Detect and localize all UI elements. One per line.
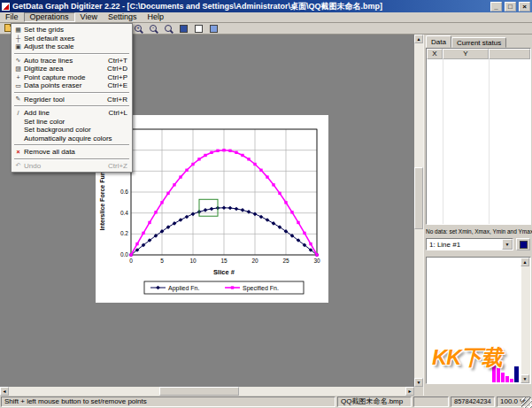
acquire-colors-button[interactable]	[206, 23, 220, 34]
status-bar: Shift + left mouse button to set/remove …	[0, 396, 532, 408]
background-color-button[interactable]	[191, 23, 205, 34]
canvas-horizontal-scrollbar[interactable]: ◄ ►	[0, 387, 414, 396]
dropdown-icon[interactable]: ▼	[502, 239, 513, 250]
zoom-out-icon: -	[150, 25, 157, 32]
preview-scroll-up-icon[interactable]: ▲	[520, 258, 529, 266]
regrider-icon: ✎	[12, 96, 24, 103]
watermark: KK下载	[432, 343, 502, 372]
scroll-left-icon[interactable]: ◄	[0, 387, 9, 396]
scroll-down-icon[interactable]: ▼	[414, 378, 423, 387]
svg-text:20: 20	[251, 258, 258, 264]
scroll-up-icon[interactable]: ▲	[414, 35, 423, 43]
eraser-icon: ▭	[12, 82, 24, 89]
scrollbar-corner	[414, 387, 423, 396]
menu-item-shortcut: Ctrl+E	[108, 81, 131, 89]
data-table[interactable]: XY	[426, 48, 531, 225]
app-icon	[2, 3, 10, 11]
add-line-icon: /	[12, 110, 24, 116]
operations-menu-item-add-line[interactable]: /Add lineCtrl+L	[12, 109, 131, 118]
operations-menu-item-regrider-tool[interactable]: ✎Regrider toolCtrl+R	[12, 96, 131, 104]
area-icon: ▨	[12, 65, 24, 73]
menu-item-operations[interactable]: Operations	[24, 12, 75, 22]
line-color-button[interactable]	[516, 238, 530, 250]
menu-item-label: Automatically acquire colors	[24, 135, 127, 142]
right-panel: DataCurrent status XY No data: set Xmin,…	[423, 35, 532, 396]
scroll-right-icon[interactable]: ►	[405, 387, 414, 396]
menu-item-settings[interactable]: Settings	[103, 12, 143, 22]
capture-icon: +	[12, 74, 24, 81]
operations-menu-item-set-line-color[interactable]: Set line color	[12, 118, 131, 127]
operations-menu-item-set-the-grids[interactable]: ▦Set the grids	[12, 26, 131, 35]
close-button[interactable]: ×	[519, 2, 530, 12]
canvas-vertical-scrollbar[interactable]: ▲ ▼	[414, 35, 423, 387]
zoom-100-button[interactable]	[161, 23, 175, 34]
menu-item-file[interactable]: File	[0, 12, 24, 22]
show-grid-button[interactable]	[176, 23, 190, 34]
preview-curve-fragment	[501, 373, 505, 382]
menu-separator	[14, 144, 129, 146]
zoom-100-icon	[165, 25, 172, 32]
operations-menu-item-data-points-eraser[interactable]: ▭Data points eraserCtrl+E	[12, 81, 131, 90]
background-color-icon	[195, 25, 203, 33]
line-color-icon	[520, 241, 528, 249]
zoom-in-icon: +	[135, 25, 142, 32]
data-table-header: XY	[427, 49, 530, 59]
line-selector-value: 1: Line #1	[429, 241, 460, 249]
svg-text:0.2: 0.2	[120, 230, 128, 236]
menu-item-label: Set background color	[24, 126, 127, 134]
column-header-y[interactable]: Y	[443, 49, 489, 59]
menu-item-label: Set default axes	[24, 35, 127, 42]
status-image-info: 8578424234	[451, 396, 495, 407]
operations-menu-item-auto-trace-lines[interactable]: ∿Auto trace linesCtrl+T	[12, 57, 131, 65]
svg-text:10: 10	[189, 258, 197, 264]
tab-current-status[interactable]: Current status	[451, 37, 506, 48]
svg-text:30: 30	[313, 258, 320, 264]
horizontal-scroll-thumb[interactable]	[159, 387, 239, 396]
minimize-button[interactable]: _	[490, 2, 502, 12]
maximize-button[interactable]: □	[505, 2, 516, 12]
menu-item-help[interactable]: Help	[142, 12, 169, 22]
menu-item-shortcut: Ctrl+T	[108, 57, 131, 65]
menu-item-label: Set line color	[24, 118, 127, 126]
column-header-x[interactable]: X	[427, 49, 443, 59]
grid-icon: ▦	[12, 27, 24, 34]
scale-icon: ▣	[12, 43, 24, 50]
tab-data[interactable]: Data	[426, 35, 451, 48]
menu-separator	[14, 92, 129, 94]
operations-menu-item-digitize-area[interactable]: ▨Digitize areaCtrl+D	[12, 65, 131, 73]
operations-menu-item-automatically-acquire-colors[interactable]: Automatically acquire colors	[12, 135, 131, 143]
preview-curve-fragment	[510, 379, 513, 382]
svg-text:0.0: 0.0	[120, 251, 128, 258]
menu-item-label: Data points eraser	[24, 81, 108, 89]
svg-text:0: 0	[129, 258, 133, 264]
operations-menu-item-undo: ↶UndoCtrl+Z	[12, 162, 131, 171]
column-divider	[489, 59, 490, 224]
operations-menu-item-point-capture-mode[interactable]: +Point capture modeCtrl+P	[12, 73, 131, 82]
axes-icon: ┼	[12, 35, 24, 42]
preview-curve-fragment	[505, 376, 509, 382]
preview-scrollbar[interactable]: ▲ ▼	[521, 258, 530, 383]
preview-scroll-down-icon[interactable]: ▼	[520, 374, 529, 383]
svg-text:25: 25	[282, 258, 289, 264]
operations-menu: ▦Set the grids┼Set default axes▣Adjust t…	[11, 23, 133, 173]
zoom-out-button[interactable]: -	[146, 23, 160, 34]
menu-item-label: Point capture mode	[24, 73, 108, 81]
resize-grip[interactable]	[521, 397, 532, 408]
operations-menu-item-remove-all-data[interactable]: ×Remove all data	[12, 148, 131, 157]
menu-item-shortcut: Ctrl+P	[108, 73, 131, 81]
preview-curve-fragment	[514, 366, 519, 382]
status-hint: Shift + left mouse button to set/remove …	[1, 396, 335, 407]
operations-menu-item-set-default-axes[interactable]: ┼Set default axes	[12, 35, 131, 43]
operations-menu-item-set-background-color[interactable]: Set background color	[12, 126, 131, 135]
menu-item-view[interactable]: View	[75, 12, 103, 22]
line-selector[interactable]: 1: Line #1 ▼	[426, 238, 513, 250]
menu-bar: FileOperationsViewSettingsHelp	[0, 12, 532, 23]
operations-menu-item-adjust-the-scale[interactable]: ▣Adjust the scale	[12, 42, 131, 51]
no-data-message: No data: set Xmin, Xmax, Ymin and Ymax	[426, 228, 532, 235]
menu-item-label: Adjust the scale	[24, 42, 127, 50]
menu-separator	[14, 105, 129, 107]
zoom-in-button[interactable]: +	[131, 23, 145, 34]
vertical-scroll-thumb[interactable]	[414, 167, 423, 229]
menu-item-label: Undo	[24, 162, 108, 170]
svg-text:Slice #: Slice #	[213, 268, 235, 276]
